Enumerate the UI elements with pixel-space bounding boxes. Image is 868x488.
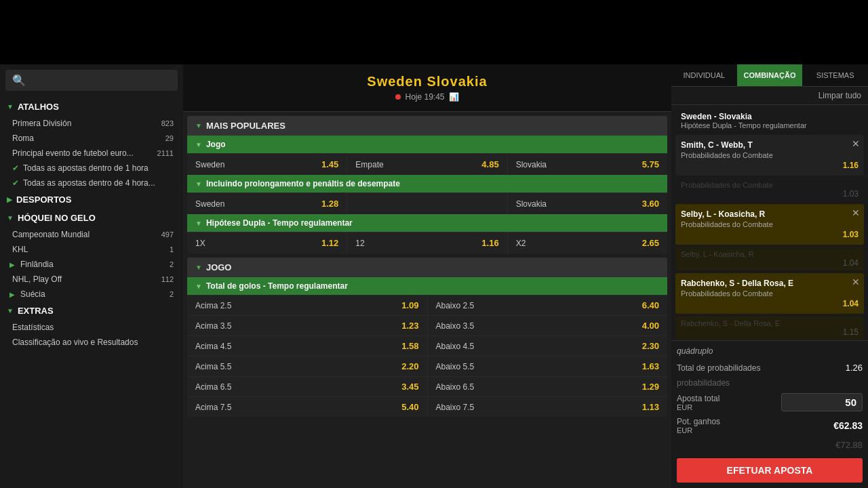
bet-game-header: Sweden - Slovakia Hipótese Dupla - Tempo…	[675, 108, 864, 134]
slovakia-cell[interactable]: Slovakia 5.75	[508, 154, 667, 175]
khl-label: KHL	[12, 245, 28, 254]
chevron-right-icon-finlandia: ▶	[9, 261, 15, 268]
bet-item-2-dim: Selby, L - Koasicha, R 1.04	[675, 247, 864, 270]
tab-combinacao[interactable]: COMBINAÇÃO	[737, 64, 803, 86]
ou-over-odds-3: 2.20	[401, 361, 418, 371]
ou-row-5: Acima 7.5 5.40 Abaixo 7.5 1.13	[187, 396, 667, 417]
ou-over-odds-5: 5.40	[401, 402, 418, 412]
sidebar-item-khl[interactable]: KHL 1	[0, 242, 183, 257]
hipotese-sub-header[interactable]: ▼ Hipótese Dupla - Tempo regulamentar	[187, 214, 667, 232]
nhl-count: 112	[161, 275, 174, 283]
sidebar-item-finlandia[interactable]: ▶ Finlândia 2	[0, 257, 183, 272]
sidebar-section-atalhos[interactable]: ▼ ATALHOS	[0, 98, 183, 116]
tab-individual[interactable]: INDIVIDUAL	[671, 64, 737, 86]
sidebar-link-1hora[interactable]: ✔ Todas as apostas dentro de 1 hora	[0, 161, 183, 176]
nhl-label: NHL, Play Off	[12, 274, 62, 284]
ou-over-cell-3[interactable]: Acima 5.5 2.20	[187, 357, 428, 376]
slovakia-label: Slovakia	[516, 160, 547, 169]
tab-sistemas[interactable]: SISTEMAS	[802, 64, 868, 86]
sidebar-link-4horas[interactable]: ✔ Todas as apostas dentro de 4 hora...	[0, 176, 183, 190]
ou-over-label-1: Acima 3.5	[195, 321, 231, 331]
ou-under-odds-4: 1.29	[642, 382, 659, 392]
total-golos-sub-header[interactable]: ▼ Total de golos - Tempo regulamentar	[187, 277, 667, 295]
ou-under-cell-3[interactable]: Abaixo 5.5 1.63	[428, 357, 668, 376]
total-prob-value: 1.26	[846, 363, 863, 373]
total-golos-label: Total de golos - Tempo regulamentar	[206, 281, 348, 291]
bet-item-1: ✕ Smith, C - Webb, T Probabilidades do C…	[675, 135, 864, 176]
bet-slip-footer: quádruplo Total de probabilidades 1.26 p…	[671, 340, 868, 488]
prol-sweden-cell[interactable]: Sweden 1.28	[187, 193, 347, 214]
ou-under-cell-2[interactable]: Abaixo 4.5 2.30	[428, 336, 668, 356]
ou-over-odds-1: 1.23	[401, 321, 418, 331]
chevron-down-icon: ▼	[7, 103, 14, 110]
search-input[interactable]	[31, 75, 171, 85]
ou-row-0: Acima 2.5 1.09 Abaixo 2.5 6.40	[187, 295, 667, 315]
close-button-2[interactable]: ✕	[852, 208, 860, 218]
chevron-down-icon-prol: ▼	[195, 180, 202, 188]
ou-table: Acima 2.5 1.09 Abaixo 2.5 6.40 Acima 3.5…	[187, 295, 667, 417]
close-button-1[interactable]: ✕	[852, 139, 860, 148]
limpar-tudo-button[interactable]: Limpar tudo	[818, 91, 861, 100]
stake-input[interactable]	[781, 393, 863, 411]
sweden-cell[interactable]: Sweden 1.45	[187, 154, 347, 175]
ou-over-cell-2[interactable]: Acima 4.5 1.58	[187, 336, 428, 356]
1x-label: 1X	[195, 239, 205, 248]
ou-under-cell-4[interactable]: Abaixo 6.5 1.29	[428, 377, 668, 396]
sidebar-item-classificacao[interactable]: Classificação ao vivo e Resultados	[0, 335, 183, 350]
mais-populares-header[interactable]: ▼ MAIS POPULARES	[187, 116, 667, 136]
sidebar-item-principal[interactable]: Principal evento de futebol euro... 2111	[0, 146, 183, 161]
sidebar-section-desportos[interactable]: ▶ DESPORTOS	[0, 190, 183, 209]
live-dot	[395, 94, 401, 100]
sidebar-item-primera[interactable]: Primera División 823	[0, 116, 183, 131]
ou-under-cell-0[interactable]: Abaixo 2.5 6.40	[428, 296, 668, 315]
bet2-odds: 1.03	[681, 230, 859, 239]
suecia-label: Suécia	[20, 289, 45, 299]
game-header: Sweden Slovakia Hoje 19:45 📊	[183, 64, 671, 112]
place-bet-button[interactable]: EFETUAR APOSTA	[677, 458, 863, 483]
chevron-right-icon-suecia: ▶	[9, 291, 15, 298]
sidebar-item-estatisticas[interactable]: Estatísticas	[0, 320, 183, 335]
primera-label: Primera División	[12, 119, 71, 128]
bet3-sub2: Rabchenko, S - Della Rosa, E	[681, 319, 859, 327]
ou-under-cell-1[interactable]: Abaixo 3.5 4.00	[428, 316, 668, 336]
x12-label: 12	[355, 239, 364, 248]
ou-over-label-0: Acima 2.5	[195, 301, 231, 310]
hipotese-12-cell[interactable]: 12 1.16	[347, 232, 507, 253]
search-bar[interactable]: 🔍	[5, 70, 178, 91]
total-prob-dim-row: probabilidades	[677, 375, 863, 390]
bet1-sub2: Probabilidades do Combate	[681, 181, 859, 189]
ou-over-cell-4[interactable]: Acima 6.5 3.45	[187, 377, 428, 396]
ou-over-cell-5[interactable]: Acima 7.5 5.40	[187, 397, 428, 417]
mais-populares-label: MAIS POPULARES	[206, 121, 285, 131]
ou-under-odds-1: 4.00	[642, 321, 659, 331]
hipotese-x2-cell[interactable]: X2 2.65	[508, 232, 667, 253]
classificacao-label: Classificação ao vivo e Resultados	[12, 338, 138, 347]
ou-over-cell-1[interactable]: Acima 3.5 1.23	[187, 316, 428, 336]
ou-under-odds-2: 2.30	[642, 341, 659, 351]
sidebar-section-hockey[interactable]: ▼ HÓQUEI NO GELO	[0, 209, 183, 227]
prol-slovakia-cell[interactable]: Slovakia 3.60	[508, 193, 667, 214]
sweden-label: Sweden	[195, 160, 224, 169]
prolongamento-sub-header[interactable]: ▼ Incluindo prolongamento e penáltis de …	[187, 175, 667, 192]
roma-count: 29	[165, 134, 174, 142]
close-button-3[interactable]: ✕	[852, 277, 860, 287]
chevron-down-icon-hockey: ▼	[7, 214, 14, 222]
prol-empty-cell	[347, 193, 507, 214]
sidebar-section-extras[interactable]: ▼ EXTRAS	[0, 302, 183, 320]
chevron-down-icon-extras: ▼	[7, 307, 14, 314]
sidebar-item-roma[interactable]: Roma 29	[0, 131, 183, 146]
ou-over-cell-0[interactable]: Acima 2.5 1.09	[187, 296, 428, 315]
sidebar-item-nhl[interactable]: NHL, Play Off 112	[0, 272, 183, 287]
jogo-sub-header[interactable]: ▼ Jogo	[187, 136, 667, 153]
sweden-odds: 1.45	[321, 159, 338, 169]
empate-cell[interactable]: Empate 4.85	[347, 154, 507, 175]
ou-under-cell-5[interactable]: Abaixo 7.5 1.13	[428, 397, 668, 417]
sidebar-item-campeonato[interactable]: Campeonato Mundial 497	[0, 227, 183, 242]
estatisticas-label: Estatísticas	[12, 323, 54, 332]
hipotese-1x-cell[interactable]: 1X 1.12	[187, 232, 347, 253]
sidebar-item-suecia[interactable]: ▶ Suécia 2	[0, 287, 183, 302]
stats-icon: 📊	[449, 92, 459, 102]
bet2-sub: Probabilidades do Combate	[681, 220, 859, 228]
bet-game-label: Sweden - Slovakia	[681, 112, 859, 121]
jogo-panel-header[interactable]: ▼ JOGO	[187, 258, 667, 277]
